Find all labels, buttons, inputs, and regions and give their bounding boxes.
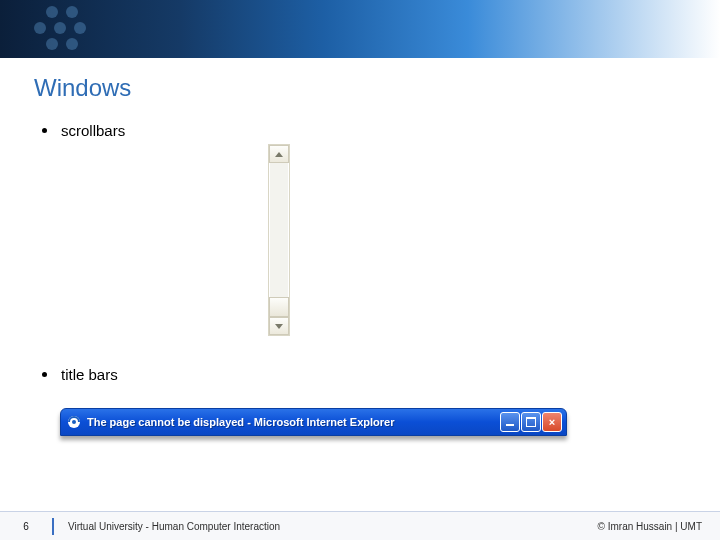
arrow-down-icon [275, 324, 283, 329]
arrow-up-icon [275, 152, 283, 157]
decorative-dots [6, 4, 126, 54]
minimize-button[interactable] [500, 412, 520, 432]
bullet-dot-icon [42, 128, 47, 133]
slide-footer: 6 Virtual University - Human Computer In… [0, 511, 720, 540]
maximize-icon [526, 417, 536, 427]
window-controls: × [500, 412, 562, 432]
page-number: 6 [0, 518, 54, 535]
minimize-icon [506, 424, 514, 426]
scroll-up-button[interactable] [269, 145, 289, 163]
bullet-label: title bars [61, 366, 118, 383]
slide: Windows scrollbars title bars [0, 0, 720, 540]
ie-icon [67, 415, 81, 429]
close-button[interactable]: × [542, 412, 562, 432]
bullet-titlebars: title bars [42, 366, 118, 383]
maximize-button[interactable] [521, 412, 541, 432]
scrollbar-thumb[interactable] [269, 297, 289, 317]
top-banner [0, 0, 720, 58]
page-title: Windows [34, 74, 131, 102]
scroll-down-button[interactable] [269, 317, 289, 335]
bullet-dot-icon [42, 372, 47, 377]
close-icon: × [549, 416, 555, 428]
window-titlebar[interactable]: The page cannot be displayed - Microsoft… [60, 408, 567, 436]
footer-center-text: Virtual University - Human Computer Inte… [54, 521, 598, 532]
svg-point-1 [72, 420, 76, 424]
scrollbar-track[interactable] [268, 144, 290, 336]
bullet-scrollbars: scrollbars [42, 122, 125, 139]
titlebar-text: The page cannot be displayed - Microsoft… [87, 416, 394, 428]
bullet-label: scrollbars [61, 122, 125, 139]
footer-right-text: © Imran Hussain | UMT [598, 521, 720, 532]
titlebar-illustration: The page cannot be displayed - Microsoft… [60, 408, 572, 444]
scrollbar-illustration [268, 144, 292, 336]
